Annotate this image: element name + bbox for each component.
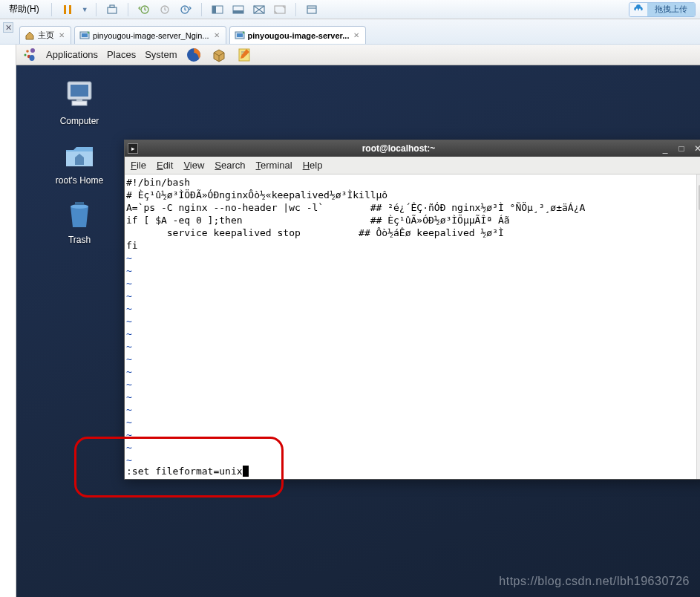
separator bbox=[128, 3, 128, 16]
terminal-menu-file[interactable]: File bbox=[131, 160, 146, 171]
svg-rect-1 bbox=[69, 5, 71, 14]
tab-close-icon[interactable]: ✕ bbox=[57, 31, 66, 40]
svg-rect-3 bbox=[110, 5, 114, 7]
terminal-menu-view[interactable]: View bbox=[183, 160, 204, 171]
chevron-down-icon[interactable]: ▼ bbox=[82, 6, 88, 13]
svg-rect-8 bbox=[212, 6, 216, 13]
desktop-icon-home[interactable]: root's Home bbox=[46, 137, 113, 186]
tab-close-icon[interactable]: ✕ bbox=[352, 31, 361, 40]
desktop[interactable]: Computer root's Home Trash ▸ root@localh… bbox=[16, 65, 700, 597]
desktop-icon-label: Computer bbox=[46, 116, 113, 126]
package-icon[interactable] bbox=[211, 47, 227, 63]
maximize-button[interactable]: □ bbox=[676, 143, 687, 154]
cloud-icon bbox=[629, 2, 647, 17]
separator bbox=[295, 3, 296, 16]
scrollbar[interactable]: ▴ ▾ bbox=[696, 174, 700, 479]
vim-command-line[interactable]: :set fileformat=unix bbox=[126, 465, 249, 477]
places-menu[interactable]: Places bbox=[107, 49, 136, 60]
desktop-icon-trash[interactable]: Trash bbox=[46, 196, 113, 245]
desktop-icon-computer[interactable]: Computer bbox=[46, 77, 113, 126]
system-menu[interactable]: System bbox=[145, 49, 177, 60]
terminal-titlebar[interactable]: ▸ root@localhost:~ _ □ ✕ bbox=[125, 140, 700, 157]
left-gutter bbox=[0, 45, 16, 597]
tab-0[interactable]: 主页✕ bbox=[19, 26, 71, 44]
desktop-icon-label: Trash bbox=[46, 235, 113, 245]
svg-rect-35 bbox=[75, 202, 84, 205]
clock-back-icon[interactable] bbox=[136, 2, 152, 17]
notes-icon[interactable] bbox=[236, 47, 252, 63]
tab-2[interactable]: pinyougou-image-server...✕ bbox=[229, 26, 367, 44]
svg-rect-10 bbox=[233, 10, 243, 13]
svg-rect-20 bbox=[237, 33, 243, 37]
upload-box[interactable]: 拖拽上传 bbox=[629, 2, 696, 17]
terminal-body[interactable]: #!/bin/bash # Èç¹û½ø³ÌÖÐÃ»ÓÐnginxÔò½«kee… bbox=[125, 174, 700, 479]
terminal-menu-terminal[interactable]: Terminal bbox=[256, 160, 292, 171]
tab-strip: ✕ 主页✕pinyougou-image-server_Ngin...✕piny… bbox=[0, 19, 700, 45]
layout3-icon[interactable] bbox=[251, 2, 267, 17]
terminal-menu-search[interactable]: Search bbox=[215, 160, 245, 171]
terminal-window: ▸ root@localhost:~ _ □ ✕ FileEditViewSea… bbox=[124, 140, 700, 480]
terminal-menubar: FileEditViewSearchTerminalHelp bbox=[125, 157, 700, 174]
separator bbox=[96, 3, 97, 16]
svg-point-22 bbox=[26, 50, 29, 53]
clock-grey-icon[interactable] bbox=[157, 2, 173, 17]
svg-point-15 bbox=[636, 8, 638, 10]
tab-close-icon[interactable]: ✕ bbox=[212, 31, 221, 40]
scroll-up-icon[interactable]: ▴ bbox=[697, 174, 700, 185]
layout4-icon[interactable] bbox=[272, 2, 288, 17]
svg-point-16 bbox=[639, 8, 641, 10]
snapshot-icon[interactable] bbox=[104, 2, 120, 17]
tab-label: 主页 bbox=[38, 30, 54, 41]
gnome-foot-icon bbox=[22, 48, 37, 62]
upload-label: 拖拽上传 bbox=[647, 2, 695, 17]
scroll-down-icon[interactable]: ▾ bbox=[697, 469, 700, 479]
vm-viewport: Applications Places System Computer root… bbox=[16, 45, 700, 597]
svg-rect-2 bbox=[108, 7, 117, 13]
svg-point-25 bbox=[30, 55, 35, 61]
terminal-content[interactable]: #!/bin/bash # Èç¹û½ø³ÌÖÐÃ»ÓÐnginxÔò½«kee… bbox=[126, 176, 696, 477]
help-menu[interactable]: 帮助(H) bbox=[4, 0, 44, 19]
svg-rect-0 bbox=[64, 5, 66, 14]
svg-rect-31 bbox=[71, 85, 88, 97]
host-toolbar: 帮助(H) ▼ 拖拽上传 bbox=[0, 0, 700, 19]
layout2-icon[interactable] bbox=[230, 2, 246, 17]
separator bbox=[51, 3, 52, 16]
terminal-menu-edit[interactable]: Edit bbox=[157, 160, 173, 171]
svg-point-21 bbox=[30, 48, 35, 53]
window-icon[interactable] bbox=[304, 2, 320, 17]
svg-rect-18 bbox=[82, 33, 88, 37]
clock-forward-icon[interactable] bbox=[177, 2, 194, 17]
minimize-button[interactable]: _ bbox=[659, 143, 671, 154]
svg-rect-32 bbox=[72, 101, 87, 105]
tab-1[interactable]: pinyougou-image-server_Ngin...✕ bbox=[74, 26, 226, 44]
text-cursor bbox=[243, 466, 249, 477]
desktop-icon-label: root's Home bbox=[46, 175, 113, 186]
tab-label: pinyougou-image-server_Ngin... bbox=[93, 31, 209, 40]
close-button[interactable]: ✕ bbox=[692, 143, 700, 154]
svg-point-23 bbox=[24, 53, 27, 56]
terminal-menu-help[interactable]: Help bbox=[303, 160, 323, 171]
firefox-icon[interactable] bbox=[186, 47, 202, 63]
tab-label: pinyougou-image-server... bbox=[248, 31, 350, 40]
layout1-icon[interactable] bbox=[209, 2, 226, 17]
terminal-title: root@localhost:~ bbox=[143, 143, 655, 154]
close-panel-button[interactable]: ✕ bbox=[3, 22, 13, 33]
svg-rect-33 bbox=[76, 100, 82, 101]
terminal-app-icon: ▸ bbox=[128, 143, 138, 154]
pause-icon[interactable] bbox=[59, 2, 76, 17]
svg-rect-13 bbox=[307, 6, 316, 13]
separator bbox=[201, 3, 202, 16]
applications-menu[interactable]: Applications bbox=[46, 49, 98, 60]
gnome-panel: Applications Places System bbox=[16, 45, 700, 65]
